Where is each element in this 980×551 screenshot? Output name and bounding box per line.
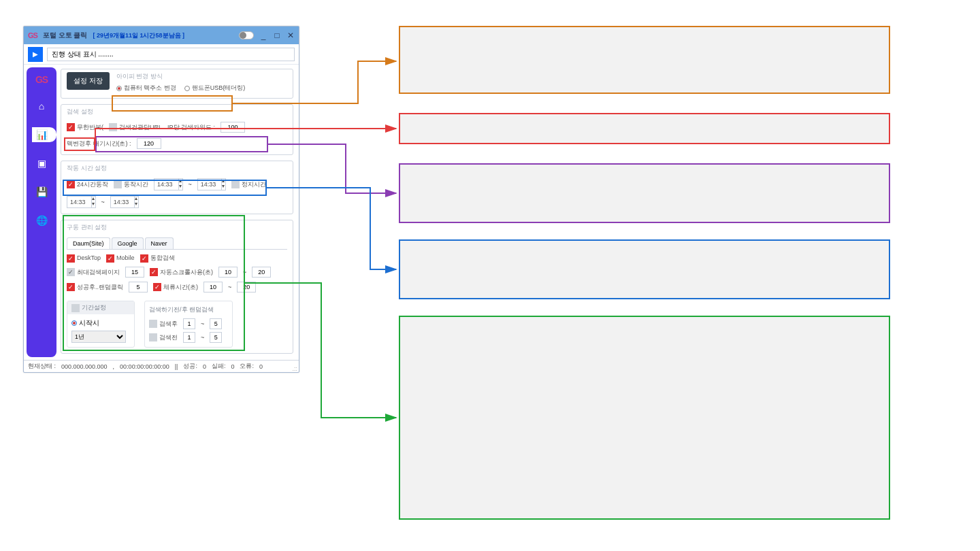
checkbox-mobile[interactable]: ✓Mobile	[106, 254, 135, 263]
checkbox-max-pages[interactable]: ✓최대검색페이지	[67, 268, 120, 277]
resize-grip-icon[interactable]: .::	[292, 365, 297, 372]
minimize-button[interactable]: _	[259, 31, 267, 40]
theme-toggle[interactable]	[239, 31, 254, 39]
panel-ip-change: 설정 저장 아이피 변경 방식 컴퓨터 맥주소 변경 핸드폰USB(테더링)	[61, 69, 293, 99]
input-autoscroll-max[interactable]	[252, 267, 271, 278]
input-keywords-per-ip[interactable]	[220, 122, 245, 133]
app-logo: GS	[28, 31, 37, 39]
callout-purple	[399, 163, 890, 223]
checkbox-stay-time[interactable]: ✓체류시간(초)	[153, 283, 198, 292]
ip-change-radio-group: 컴퓨터 맥주소 변경 핸드폰USB(테더링)	[116, 84, 287, 93]
radio-usb-tether[interactable]: 핸드폰USB(테더링)	[184, 84, 246, 93]
checkbox-unified-search[interactable]: ✓통합검색	[140, 254, 175, 263]
status-fail-label: 실패:	[212, 362, 226, 371]
floppy-icon[interactable]: 💾	[34, 184, 49, 199]
play-button[interactable]: ▶	[28, 47, 43, 62]
callout-orange	[399, 26, 890, 94]
titlebar[interactable]: GS 포털 오토 클릭 [ 29년9개월11일 1시간58분남음 ] _ □ ✕	[24, 27, 299, 44]
callout-blue	[399, 239, 890, 299]
tab-naver[interactable]: Naver	[145, 237, 174, 249]
globe-icon[interactable]: 🌐	[34, 213, 49, 228]
panel-time-title: 작동 시간 설정	[61, 161, 293, 176]
input-before-min[interactable]	[183, 332, 195, 343]
status-display[interactable]	[47, 48, 295, 61]
status-ok-value: 0	[203, 363, 206, 370]
app-title: 포털 오토 클릭	[43, 31, 88, 40]
tilde: ~	[201, 334, 204, 341]
app-window: GS 포털 오토 클릭 [ 29년9개월11일 1시간58분남음 ] _ □ ✕…	[23, 26, 299, 373]
sidebar-logo: GS	[35, 74, 48, 85]
panel-drive-settings: 구동 관리 설정 Daum(Site) Google Naver ✓DeskTo…	[61, 220, 293, 354]
input-success-click[interactable]	[129, 282, 148, 293]
engine-tabs: Daum(Site) Google Naver	[67, 237, 287, 250]
panels-area: 설정 저장 아이피 변경 방식 컴퓨터 맥주소 변경 핸드폰USB(테더링) 검…	[59, 65, 299, 360]
input-mac-wait[interactable]	[137, 138, 161, 149]
toolbar: ▶	[24, 44, 299, 65]
checkbox-success-random-click[interactable]: ✓성공후..랜덤클릭	[67, 283, 123, 292]
status-fail-value: 0	[231, 363, 234, 370]
sidebar: GS ⌂ 📊 ▣ 💾 🌐	[27, 67, 56, 357]
panel-search-title: 검색 설정	[61, 105, 293, 119]
checkbox-search-after[interactable]: 검색후	[149, 320, 178, 329]
time-start-to[interactable]: 14:33▴▾	[197, 178, 227, 190]
checkbox-search-url[interactable]: 검색건관담URL	[109, 123, 162, 132]
panel-ip-title: 아이피 변경 방식	[116, 72, 287, 84]
period-title: 기간설정	[82, 304, 106, 311]
input-max-pages[interactable]	[125, 267, 144, 278]
card-icon[interactable]: ▣	[34, 156, 49, 171]
random-search-title: 검색하기전/후 랜덤검색	[149, 305, 228, 314]
tilde: ~	[101, 199, 105, 205]
input-autoscroll-min[interactable]	[218, 267, 238, 278]
tab-daum[interactable]: Daum(Site)	[67, 237, 110, 249]
checkbox-desktop[interactable]: ✓DeskTop	[67, 254, 101, 263]
status-sep: ||	[175, 363, 178, 370]
checkbox-autoscroll[interactable]: ✓자동스크롤사용(초)	[150, 268, 213, 277]
radio-dot-icon	[71, 320, 77, 326]
radio-dot-icon	[184, 86, 190, 91]
radio-pc-mac[interactable]: 컴퓨터 맥주소 변경	[116, 84, 176, 93]
label-mac-wait: 맥변경후 대기시간(초) :	[67, 139, 131, 148]
group-period: 기간설정 시작시 1년	[67, 301, 135, 348]
panel-search-settings: 검색 설정 ✓무한반복( 검색건관담URL IP당 검색카워드 : 맥변경후 대…	[61, 104, 293, 155]
checkbox-stop-time[interactable]: 정지시간	[231, 180, 266, 189]
input-before-max[interactable]	[210, 332, 222, 343]
home-icon[interactable]: ⌂	[34, 99, 49, 114]
status-ok-label: 성공:	[183, 362, 197, 371]
time-stop-to[interactable]: 14:33▴▾	[110, 196, 140, 208]
label-keywords-per-ip: IP당 검색카워드 :	[167, 123, 215, 132]
checkbox-infinite-repeat[interactable]: ✓무한반복(	[67, 123, 103, 132]
status-err-label: 오류:	[240, 362, 254, 371]
panel-time-settings: 작동 시간 설정 ✓24시간동작 동작시간 14:33▴▾ ~ 14:33▴▾ …	[61, 161, 293, 214]
save-settings-button[interactable]: 설정 저장	[67, 72, 110, 90]
tab-google[interactable]: Google	[112, 237, 144, 249]
callout-green	[399, 316, 890, 520]
tilde: ~	[189, 181, 192, 188]
radio-start-time[interactable]: 시작시	[71, 319, 99, 327]
maximize-button[interactable]: □	[273, 31, 281, 40]
input-stay-max[interactable]	[237, 282, 256, 293]
input-stay-min[interactable]	[203, 282, 223, 293]
statusbar: 현재상태 : 000.000.000.000 , 00:00:00:00:00:…	[24, 360, 299, 372]
input-after-min[interactable]	[183, 318, 195, 329]
radio-dot-icon	[116, 86, 122, 91]
input-after-max[interactable]	[210, 318, 222, 329]
tilde: ~	[243, 269, 246, 276]
status-time: 00:00:00:00:00:00	[120, 363, 169, 370]
checkbox-start-time[interactable]: 동작시간	[114, 180, 148, 189]
status-err-value: 0	[259, 363, 263, 370]
group-random-search: 검색하기전/후 랜덤검색 검색후 ~ 검색전 ~	[144, 301, 233, 348]
time-stop-from[interactable]: 14:33▴▾	[67, 196, 96, 208]
checkbox-24h-run[interactable]: ✓24시간동작	[67, 180, 108, 189]
panel-drive-title: 구동 관리 설정	[61, 220, 293, 235]
status-ip: 000.000.000.000	[61, 363, 108, 370]
tilde: ~	[201, 320, 204, 327]
status-ip-label: 현재상태 :	[28, 362, 56, 371]
checkbox-search-before[interactable]: 검색전	[149, 333, 178, 342]
callout-red	[399, 113, 890, 144]
license-countdown: [ 29년9개월11일 1시간58분남음 ]	[93, 31, 184, 40]
chart-icon[interactable]: 📊	[32, 127, 56, 142]
time-start-from[interactable]: 14:33▴▾	[154, 178, 183, 190]
close-button[interactable]: ✕	[287, 31, 295, 40]
select-period[interactable]: 1년	[71, 331, 126, 343]
tilde: ~	[228, 284, 231, 290]
